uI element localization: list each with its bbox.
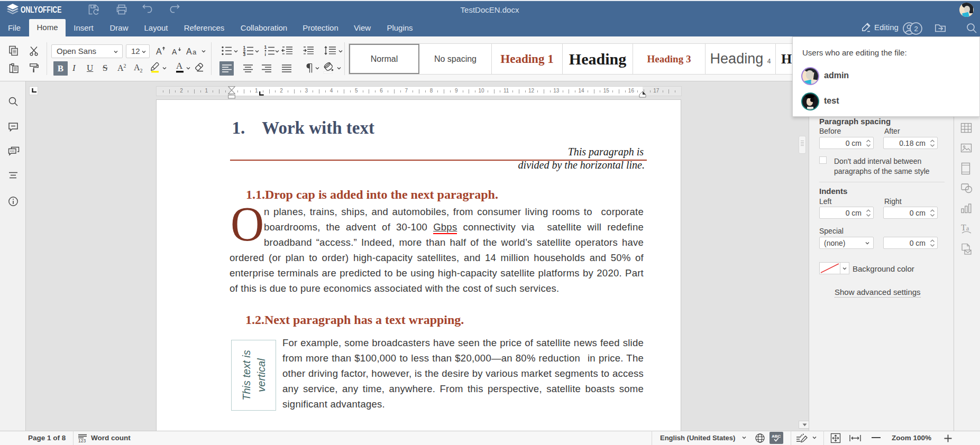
svg-text:T: T [961, 223, 966, 232]
svg-text:123: 123 [78, 438, 86, 443]
svg-text:a: a [966, 225, 969, 232]
svg-text:A: A [172, 48, 177, 56]
svg-text:A: A [176, 61, 183, 71]
svg-text:a: a [193, 48, 197, 56]
svg-text:i: i [265, 52, 266, 57]
svg-text:A: A [186, 47, 192, 56]
svg-text:A: A [156, 47, 162, 56]
svg-text:ABC: ABC [772, 434, 781, 439]
svg-text:3: 3 [243, 52, 246, 57]
svg-text:1: 1 [264, 45, 267, 50]
svg-text:2: 2 [914, 25, 918, 33]
